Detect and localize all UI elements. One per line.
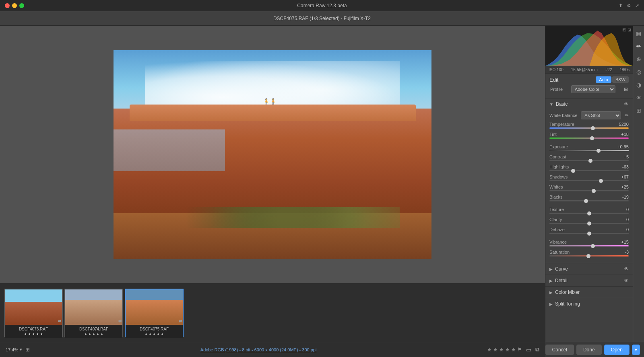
maximize-button[interactable] — [19, 3, 24, 8]
tint-thumb[interactable] — [590, 136, 594, 140]
tint-track[interactable] — [549, 137, 629, 139]
star-5[interactable]: ★ — [511, 347, 516, 353]
color-mixer-chevron-icon: ▶ — [549, 290, 553, 295]
curve-section-header[interactable]: ▶ Curve 👁 — [545, 263, 633, 275]
thumbnail-1[interactable]: DSCF4073.RAF ★ ★ ★ ★ ★ ⇌ — [4, 289, 63, 337]
detail-section-header[interactable]: ▶ Detail 👁 — [545, 275, 633, 286]
zoom-tool-icon[interactable]: ⊞ — [634, 106, 643, 115]
cancel-button[interactable]: Cancel — [545, 345, 574, 355]
whites-thumb[interactable] — [592, 189, 596, 193]
saturation-track[interactable] — [549, 255, 629, 256]
highlights-value: -63 — [617, 164, 629, 169]
grid-view-icon[interactable]: ⊞ — [25, 347, 30, 353]
contrast-track[interactable] — [549, 160, 629, 161]
wb-select[interactable]: As Shot Auto Daylight Cloudy Custom — [581, 111, 621, 119]
fullscreen-icon[interactable]: ⤢ — [635, 3, 639, 8]
people-silhouette: 🧍🧍 — [263, 98, 277, 105]
blacks-track[interactable] — [549, 200, 629, 201]
open-dropdown-button[interactable]: ▾ — [632, 345, 640, 355]
temperature-label: Temperature — [549, 122, 574, 127]
headerbar: DSCF4075.RAF (1/3 Selected) · Fujifilm X… — [0, 11, 644, 26]
star-2[interactable]: ★ — [493, 347, 498, 353]
curve-eye-icon[interactable]: 👁 — [624, 266, 629, 272]
done-button[interactable]: Done — [576, 345, 602, 355]
layout-single-icon[interactable]: ▭ — [526, 347, 531, 353]
contrast-thumb[interactable] — [588, 159, 592, 163]
thumbnail-info-3: DSCF4075.RAF ★ ★ ★ ★ ★ — [126, 325, 183, 338]
edit-tool-icon[interactable]: ✏ — [634, 42, 643, 51]
exposure-slider-row: Exposure +0.95 — [549, 144, 629, 151]
flag-icon[interactable]: ⚑ — [517, 347, 522, 353]
histogram-tool-icon[interactable]: ▦ — [634, 29, 643, 38]
thumbnail-3[interactable]: DSCF4075.RAF ★ ★ ★ ★ ★ ⇌ — [125, 289, 184, 337]
split-toning-section-header[interactable]: ▶ Split Toning — [545, 298, 633, 310]
profile-row: Profile Adobe Color Adobe Landscape Adob… — [549, 85, 629, 93]
thumbnail-info-2: DSCF4074.RAF ★ ★ ★ ★ ★ — [65, 325, 122, 338]
star-icon: ★ — [100, 332, 103, 336]
redeye-tool-icon[interactable]: 👁 — [634, 93, 643, 102]
layout-compare-icon[interactable]: ⧉ — [535, 346, 539, 353]
exposure-track[interactable] — [549, 150, 629, 151]
temperature-track[interactable] — [549, 127, 629, 129]
clarity-thumb[interactable] — [587, 222, 591, 226]
auto-button[interactable]: Auto — [596, 76, 611, 83]
highlights-thumb[interactable] — [571, 169, 575, 173]
texture-thumb[interactable] — [587, 211, 591, 215]
tint-slider-row: Tint +18 — [549, 132, 629, 139]
basic-section-content: White balance As Shot Auto Daylight Clou… — [545, 110, 633, 263]
thumbnail-img-1 — [5, 289, 62, 325]
shadow-clip-icon[interactable]: ◪ — [627, 27, 631, 32]
mask-tool-icon[interactable]: ◑ — [634, 80, 643, 89]
thumbnail-flag-3: ⇌ — [179, 319, 182, 323]
saturation-thumb[interactable] — [586, 254, 590, 258]
thumbnail-img-3 — [126, 289, 183, 325]
temperature-slider-row: Temperature 5200 — [549, 122, 629, 129]
detail-eye-icon[interactable]: 👁 — [624, 278, 629, 283]
bw-button[interactable]: B&W — [612, 76, 629, 83]
blacks-thumb[interactable] — [584, 199, 588, 203]
color-mixer-section-header[interactable]: ▶ Color Mixer — [545, 287, 633, 298]
profile-select[interactable]: Adobe Color Adobe Landscape Adobe Portra… — [571, 85, 615, 93]
star-icon: ★ — [96, 332, 99, 336]
zoom-dropdown-icon[interactable]: ▾ — [20, 347, 22, 352]
star-icon: ★ — [36, 332, 39, 336]
vibrance-thumb[interactable] — [591, 244, 595, 248]
settings-icon[interactable]: ⚙ — [627, 3, 631, 8]
profile-grid-icon[interactable]: ⊞ — [624, 86, 628, 92]
crop-tool-icon[interactable]: ⊕ — [634, 55, 643, 64]
clarity-track[interactable] — [549, 223, 629, 224]
edit-header: Edit Auto B&W — [549, 76, 629, 83]
thumbnail-stars-3: ★ ★ ★ ★ ★ — [127, 332, 181, 336]
share-icon[interactable]: ⬆ — [619, 3, 623, 8]
thumbnail-2[interactable]: DSCF4074.RAF ★ ★ ★ ★ ★ ⇌ — [64, 289, 123, 337]
exposure-thumb[interactable] — [597, 149, 601, 153]
shadows-value: +67 — [617, 174, 629, 179]
basic-section-header[interactable]: ▼ Basic 👁 — [545, 98, 633, 110]
exposure-value: +0.95 — [617, 144, 629, 149]
heal-tool-icon[interactable]: ◎ — [634, 68, 643, 76]
highlight-clip-icon[interactable]: ◩ — [622, 27, 626, 32]
texture-track[interactable] — [549, 213, 629, 214]
star-3[interactable]: ★ — [499, 347, 504, 353]
dehaze-thumb[interactable] — [587, 232, 591, 236]
mountains-layer — [114, 129, 225, 171]
basic-eye-icon[interactable]: 👁 — [624, 101, 629, 107]
wb-eyedropper-icon[interactable]: ✏ — [625, 113, 629, 118]
minimize-button[interactable] — [12, 3, 17, 8]
statusbar: 17.4% ▾ ⊞ Adobe RGB (1998) - 8 bit - 600… — [0, 342, 545, 357]
highlights-track[interactable] — [549, 170, 629, 171]
whites-track[interactable] — [549, 190, 629, 191]
vibrance-track[interactable] — [549, 245, 629, 246]
close-button[interactable] — [5, 3, 10, 8]
star-1[interactable]: ★ — [487, 347, 492, 353]
whites-label-row: Whites +25 — [549, 185, 629, 189]
wb-label: White balance — [549, 113, 578, 118]
shadows-thumb[interactable] — [599, 179, 603, 183]
shadows-track[interactable] — [549, 180, 629, 181]
tint-value: +18 — [617, 132, 629, 137]
star-icon: ★ — [161, 332, 164, 336]
dehaze-track[interactable] — [549, 233, 629, 234]
temperature-thumb[interactable] — [591, 126, 595, 130]
open-button[interactable]: Open — [604, 345, 630, 355]
star-4[interactable]: ★ — [505, 347, 510, 353]
